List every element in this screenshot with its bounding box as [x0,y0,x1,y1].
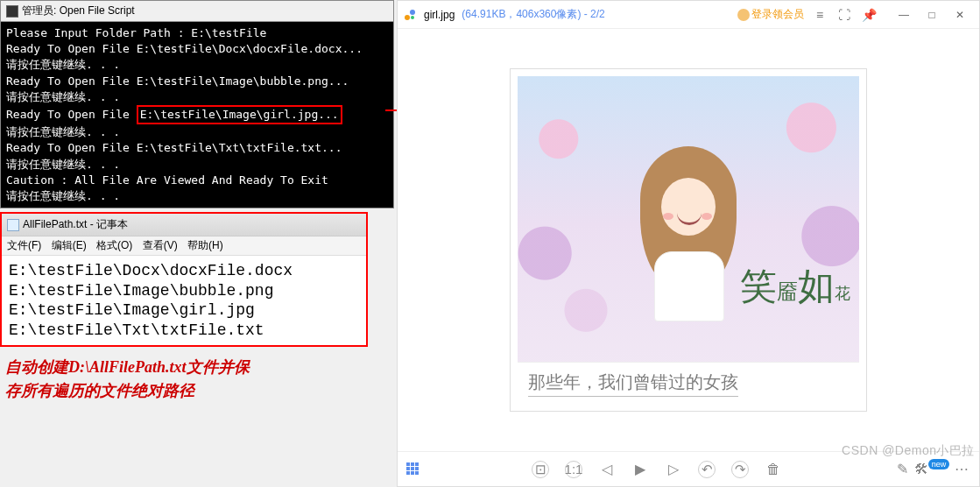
edit-icon[interactable]: ✎ [893,461,911,478]
thumbnail-grid-icon[interactable] [406,462,420,476]
cmd-icon [6,5,18,18]
console-line: Caution : All File Are Viewed And Ready … [6,173,388,188]
new-badge: new [928,459,950,469]
girl-illustration [623,146,754,313]
console-line: 请按任意键继续. . . [6,89,388,105]
notepad-line: E:\testFile\Image\girl.jpg [9,300,359,321]
menu-file[interactable]: 文件(F) [7,239,41,251]
close-button[interactable]: ✕ [946,4,974,25]
console-line: Ready To Open File E:\testFile\Image\bub… [6,74,388,89]
svg-point-3 [410,10,415,15]
console-line: Ready To Open File E:\testFile\Txt\txtFi… [6,140,388,156]
pin-icon[interactable]: 📌 [860,6,878,24]
login-label: 登录领会员 [751,7,804,22]
viewer-logo-icon [403,8,417,22]
console-body: Please Input Folder Path : E:\testFile R… [1,22,393,208]
viewer-toolbar: ⊡ 1:1 ◁ ▶ ▷ ↶ ↷ 🗑 ✎ 🛠new ⋯ [398,451,979,486]
viewer-body[interactable]: 笑靥如花 那些年，我们曾错过的女孩 [398,29,979,451]
notepad-body[interactable]: E:\testFile\Docx\docxFile.docx E:\testFi… [2,256,366,345]
annotation-text: 自动创建D:\AllFilePath.txt文件并保 存所有遍历的文件绝对路径 [5,356,356,403]
tools-icon[interactable]: 🛠new [923,461,941,478]
caption-band: 那些年，我们曾错过的女孩 [518,362,859,404]
console-line: 请按任意键继续. . . [6,124,388,140]
viewer-filename: girl.jpg [424,9,455,21]
caption-text: 那些年，我们曾错过的女孩 [528,371,738,397]
notepad-window: AllFilePath.txt - 记事本 文件(F) 编辑(E) 格式(O) … [0,212,368,347]
minimize-button[interactable]: — [890,4,918,25]
console-line: 请按任意键继续. . . [6,157,388,173]
prev-button[interactable]: ◁ [598,461,616,478]
annotation-line1: 自动创建D:\AllFilePath.txt文件并保 [5,356,356,379]
rotate-left-button[interactable]: ↶ [698,461,716,478]
cal-char: 如 [798,266,835,307]
play-button[interactable]: ▶ [631,461,649,478]
actual-size-button[interactable]: 1:1 [565,461,582,478]
image-frame: 笑靥如花 那些年，我们曾错过的女孩 [511,69,866,411]
notepad-title: AllFilePath.txt - 记事本 [23,217,128,232]
fit-button[interactable]: ⊡ [532,461,549,478]
calligraphy-title: 笑靥如花 [740,262,850,311]
more-icon[interactable]: ⋯ [953,461,970,478]
cal-char: 花 [835,285,850,302]
console-line: Ready To Open File E:\testFile\Docx\docx… [6,41,388,57]
console-title: 管理员: Open File Script [22,4,135,18]
menu-format[interactable]: 格式(O) [96,239,132,251]
console-titlebar[interactable]: 管理员: Open File Script [1,1,393,22]
notepad-menubar: 文件(F) 编辑(E) 格式(O) 查看(V) 帮助(H) [2,236,366,256]
image-viewer-window: girl.jpg (64.91KB，406x360像素) - 2/2 登录领会员… [397,0,980,487]
delete-button[interactable]: 🗑 [765,461,782,478]
console-line-highlight: Ready To Open File E:\testFile\Image\gir… [6,105,388,124]
menu-help[interactable]: 帮助(H) [187,239,223,251]
console-window: 管理员: Open File Script Please Input Folde… [0,0,394,208]
next-button[interactable]: ▷ [665,461,682,478]
notepad-titlebar[interactable]: AllFilePath.txt - 记事本 [2,214,366,236]
cal-char: 靥 [777,280,798,303]
console-line: 请按任意键继续. . . [6,57,388,73]
console-line: Please Input Folder Path : E:\testFile [6,25,388,41]
window-controls: — □ ✕ [890,4,974,25]
toolbar-right: ✎ 🛠new ⋯ [893,461,970,478]
user-icon [737,9,750,21]
svg-point-4 [411,16,414,19]
menu-edit[interactable]: 编辑(E) [52,239,87,251]
notepad-line: E:\testFile\Image\bubble.png [9,281,359,301]
console-line: 请按任意键继续. . . [6,188,388,204]
menu-icon[interactable]: ≡ [811,6,828,24]
fullscreen-icon[interactable]: ⛶ [835,6,853,24]
toolbar-left [406,462,420,476]
viewer-meta: (64.91KB，406x360像素) - 2/2 [462,7,604,22]
rotate-right-button[interactable]: ↷ [731,461,749,478]
notepad-line: E:\testFile\Txt\txtFile.txt [9,321,359,341]
highlighted-path: E:\testFile\Image\girl.jpg... [137,105,342,124]
viewer-titlebar: girl.jpg (64.91KB，406x360像素) - 2/2 登录领会员… [398,1,979,29]
maximize-button[interactable]: □ [918,4,946,25]
annotation-line2: 存所有遍历的文件绝对路径 [5,379,356,403]
menu-view[interactable]: 查看(V) [143,239,178,251]
notepad-icon [7,219,19,231]
image-scene: 笑靥如花 [518,76,859,362]
login-button[interactable]: 登录领会员 [737,7,804,22]
toolbar-center: ⊡ 1:1 ◁ ▶ ▷ ↶ ↷ 🗑 [532,461,782,478]
svg-point-2 [405,15,410,20]
highlight-prefix: Ready To Open File [6,108,137,121]
notepad-line: E:\testFile\Docx\docxFile.docx [9,261,359,281]
cal-char: 笑 [740,266,777,307]
left-panel: 管理员: Open File Script Please Input Folde… [0,0,394,487]
